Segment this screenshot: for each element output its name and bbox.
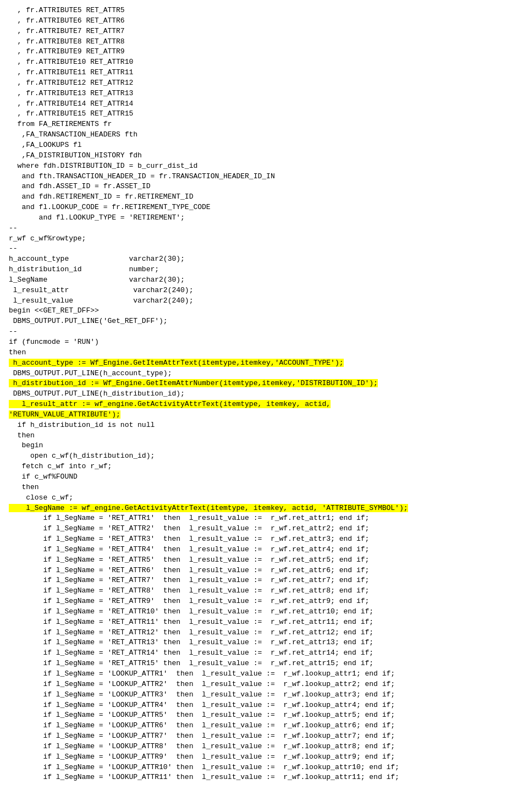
code-line: if l_SegName = 'RET_ATTR7' then l_result… <box>9 575 519 586</box>
code-line: if l_SegName = 'RET_ATTR5' then l_result… <box>9 555 519 566</box>
code-line: , fr.ATTRIBUTE5 RET_ATTR5 <box>9 6 519 16</box>
code-line: if l_SegName = 'RET_ATTR12' then l_resul… <box>9 628 519 638</box>
code-line: l_SegName varchar2(30); <box>9 275 519 286</box>
code-line: DBMS_OUTPUT.PUT_LINE(h_distribution_id); <box>9 389 519 399</box>
code-line: if h_distribution_id is not null <box>9 420 519 431</box>
code-line: and fth.TRANSACTION_HEADER_ID = fr.TRANS… <box>9 172 519 182</box>
code-line: if l_SegName = 'RET_ATTR3' then l_result… <box>9 534 519 545</box>
code-line: if l_SegName = 'RET_ATTR10' then l_resul… <box>9 607 519 617</box>
code-line: begin <box>9 441 519 451</box>
code-line: ,FA_TRANSACTION_HEADERS fth <box>9 130 519 140</box>
code-line: ,FA_DISTRIBUTION_HISTORY fdh <box>9 151 519 161</box>
code-line: , fr.ATTRIBUTE8 RET_ATTR8 <box>9 37 519 47</box>
code-line: if l_SegName = 'RET_ATTR11' then l_resul… <box>9 617 519 628</box>
code-line: from FA_RETIREMENTS fr <box>9 119 519 130</box>
code-line: , fr.ATTRIBUTE7 RET_ATTR7 <box>9 26 519 37</box>
code-line: r_wf c_wf%rowtype; <box>9 234 519 244</box>
code-line: h_distribution_id number; <box>9 265 519 275</box>
code-line: if l_SegName = 'RET_ATTR8' then l_result… <box>9 586 519 596</box>
code-line: and fl.LOOKUP_CODE = fr.RETIREMENT_TYPE_… <box>9 202 519 213</box>
code-line: if l_SegName = 'LOOKUP_ATTR4' then l_res… <box>9 700 519 711</box>
code-line: if l_SegName = 'RET_ATTR4' then l_result… <box>9 545 519 555</box>
code-line: if l_SegName = 'LOOKUP_ATTR6' then l_res… <box>9 721 519 731</box>
code-line: if l_SegName = 'LOOKUP_ATTR9' then l_res… <box>9 752 519 762</box>
code-line: if l_SegName = 'LOOKUP_ATTR10' then l_re… <box>9 762 519 773</box>
code-line: ,FA_LOOKUPS fl <box>9 140 519 151</box>
code-line: if l_SegName = 'RET_ATTR13' then l_resul… <box>9 638 519 648</box>
code-line: h_account_type := Wf_Engine.GetItemAttrT… <box>9 358 519 369</box>
code-line: fetch c_wf into r_wf; <box>9 462 519 472</box>
code-line: , fr.ATTRIBUTE6 RET_ATTR6 <box>9 16 519 26</box>
code-line: , fr.ATTRIBUTE14 RET_ATTR14 <box>9 99 519 109</box>
code-line: if l_SegName = 'LOOKUP_ATTR5' then l_res… <box>9 710 519 721</box>
code-line: if l_SegName = 'RET_ATTR9' then l_result… <box>9 596 519 607</box>
code-line: if l_SegName = 'LOOKUP_ATTR7' then l_res… <box>9 731 519 742</box>
code-line: , fr.ATTRIBUTE11 RET_ATTR11 <box>9 68 519 78</box>
code-line: begin <<GET_RET_DFF>> <box>9 306 519 316</box>
code-line: DBMS_OUTPUT.PUT_LINE('Get_RET_DFF'); <box>9 316 519 327</box>
code-line: then <box>9 482 519 493</box>
code-line: l_result_attr varchar2(240); <box>9 286 519 296</box>
code-line: , fr.ATTRIBUTE12 RET_ATTR12 <box>9 78 519 89</box>
code-line: -- <box>9 327 519 337</box>
code-line: l_result_attr := wf_engine.GetActivityAt… <box>9 399 519 410</box>
code-line: then <box>9 431 519 441</box>
code-line: and fdh.RETIREMENT_ID = fr.RETIREMENT_ID <box>9 192 519 202</box>
code-line: if l_SegName = 'RET_ATTR14' then l_resul… <box>9 648 519 659</box>
code-line: l_SegName := wf_engine.GetActivityAttrTe… <box>9 503 519 514</box>
code-line: , fr.ATTRIBUTE9 RET_ATTR9 <box>9 47 519 57</box>
code-line: h_distribution_id := Wf_Engine.GetItemAt… <box>9 378 519 389</box>
code-line: , fr.ATTRIBUTE13 RET_ATTR13 <box>9 89 519 99</box>
code-line: , fr.ATTRIBUTE10 RET_ATTR10 <box>9 57 519 68</box>
code-line: then <box>9 348 519 358</box>
code-line: if l_SegName = 'LOOKUP_ATTR3' then l_res… <box>9 690 519 700</box>
code-line: where fdh.DISTRIBUTION_ID = b_curr_dist_… <box>9 161 519 172</box>
code-line: if l_SegName = 'LOOKUP_ATTR8' then l_res… <box>9 742 519 752</box>
code-line: close c_wf; <box>9 493 519 503</box>
code-line: and fl.LOOKUP_TYPE = 'RETIREMENT'; <box>9 213 519 223</box>
code-line: if l_SegName = 'RET_ATTR15' then l_resul… <box>9 659 519 669</box>
code-line: if l_SegName = 'RET_ATTR2' then l_result… <box>9 524 519 534</box>
code-line: -- <box>9 223 519 234</box>
code-line: if l_SegName = 'RET_ATTR6' then l_result… <box>9 566 519 576</box>
code-line: if (funcmode = 'RUN') <box>9 337 519 348</box>
code-line: l_result_value varchar2(240); <box>9 296 519 306</box>
code-line: h_account_type varchar2(30); <box>9 254 519 265</box>
code-line: , fr.ATTRIBUTE15 RET_ATTR15 <box>9 109 519 119</box>
code-editor: , fr.ATTRIBUTE5 RET_ATTR5 , fr.ATTRIBUTE… <box>9 6 519 783</box>
code-line: if l_SegName = 'RET_ATTR1' then l_result… <box>9 513 519 524</box>
code-line: open c_wf(h_distribution_id); <box>9 451 519 462</box>
code-line: if l_SegName = 'LOOKUP_ATTR11' then l_re… <box>9 772 519 783</box>
code-line: if l_SegName = 'LOOKUP_ATTR2' then l_res… <box>9 679 519 690</box>
code-line: if l_SegName = 'LOOKUP_ATTR1' then l_res… <box>9 669 519 679</box>
code-line: 'RETURN_VALUE_ATTRIBUTE'); <box>9 410 519 420</box>
code-line: -- <box>9 244 519 254</box>
code-line: if c_wf%FOUND <box>9 472 519 482</box>
code-line: and fdh.ASSET_ID = fr.ASSET_ID <box>9 182 519 192</box>
code-line: DBMS_OUTPUT.PUT_LINE(h_account_type); <box>9 369 519 379</box>
